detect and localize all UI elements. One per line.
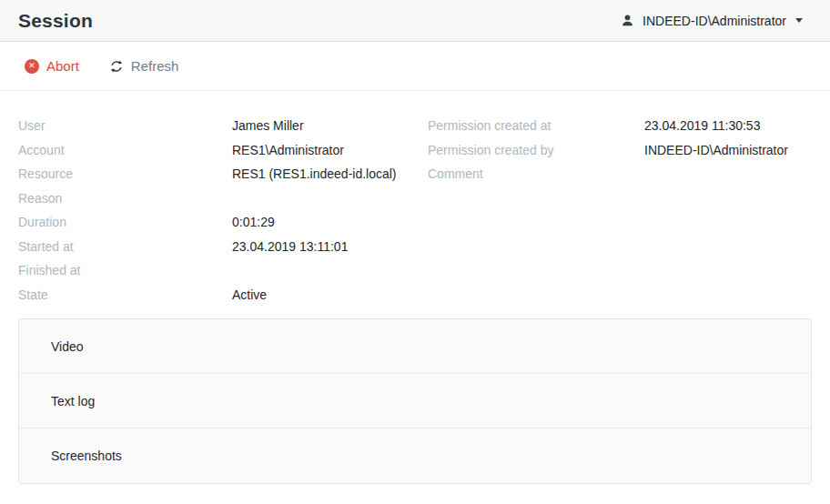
user-menu-label: INDEED-ID\Administrator — [643, 14, 786, 28]
page-title: Session — [18, 10, 93, 32]
field-label: Reason — [18, 186, 232, 211]
field-label: Resource — [18, 162, 232, 186]
field-label: Finished at — [18, 258, 232, 283]
section-screenshots[interactable]: Screenshots — [19, 428, 811, 483]
field-label: Permission created by — [428, 138, 644, 163]
field-label: State — [18, 283, 232, 307]
chevron-down-icon — [795, 18, 803, 23]
field-value: James Miller — [232, 114, 304, 138]
page-header: Session INDEED-ID\Administrator — [0, 0, 830, 42]
abort-icon: ✕ — [25, 59, 39, 74]
session-sections-accordion: Video Text log Screenshots — [18, 318, 812, 484]
abort-button[interactable]: ✕ Abort — [25, 58, 79, 74]
field-value: 0:01:29 — [232, 210, 275, 235]
detail-row-reason: Reason — [18, 186, 830, 211]
field-label: User — [18, 114, 232, 138]
section-video-label: Video — [51, 339, 84, 354]
toolbar: ✕ Abort Refresh — [0, 42, 830, 91]
field-label: Permission created at — [428, 114, 644, 138]
refresh-button[interactable]: Refresh — [109, 58, 179, 74]
field-value: Active — [232, 283, 267, 307]
detail-row-permission-created-by: Permission created by INDEED-ID\Administ… — [428, 138, 788, 163]
person-icon — [621, 14, 635, 28]
section-video[interactable]: Video — [19, 319, 811, 374]
detail-row-state: State Active — [18, 283, 830, 307]
user-menu[interactable]: INDEED-ID\Administrator — [621, 14, 803, 28]
field-value: RES1\Administrator — [232, 138, 344, 163]
refresh-icon — [109, 59, 124, 74]
field-label: Duration — [18, 210, 232, 235]
field-label: Comment — [428, 162, 644, 186]
field-value: 23.04.2019 11:30:53 — [644, 114, 760, 138]
detail-row-duration: Duration 0:01:29 — [18, 210, 830, 235]
field-label: Started at — [18, 235, 232, 259]
detail-row-finished-at: Finished at — [18, 258, 830, 283]
field-value: INDEED-ID\Administrator — [644, 138, 788, 163]
section-screenshots-label: Screenshots — [51, 449, 122, 463]
details-right-column: Permission created at 23.04.2019 11:30:5… — [428, 114, 788, 186]
section-text-log-label: Text log — [51, 394, 95, 408]
section-text-log[interactable]: Text log — [19, 374, 811, 428]
session-details: User James Miller Account RES1\Administr… — [0, 91, 830, 318]
detail-row-permission-created-at: Permission created at 23.04.2019 11:30:5… — [428, 114, 788, 138]
detail-row-comment: Comment — [428, 162, 788, 186]
field-value: RES1 (RES1.indeed-id.local) — [232, 162, 397, 186]
field-label: Account — [18, 138, 232, 163]
refresh-label: Refresh — [131, 58, 179, 74]
field-value: 23.04.2019 13:11:01 — [232, 235, 348, 259]
detail-row-started-at: Started at 23.04.2019 13:11:01 — [18, 235, 830, 259]
abort-label: Abort — [46, 58, 79, 74]
